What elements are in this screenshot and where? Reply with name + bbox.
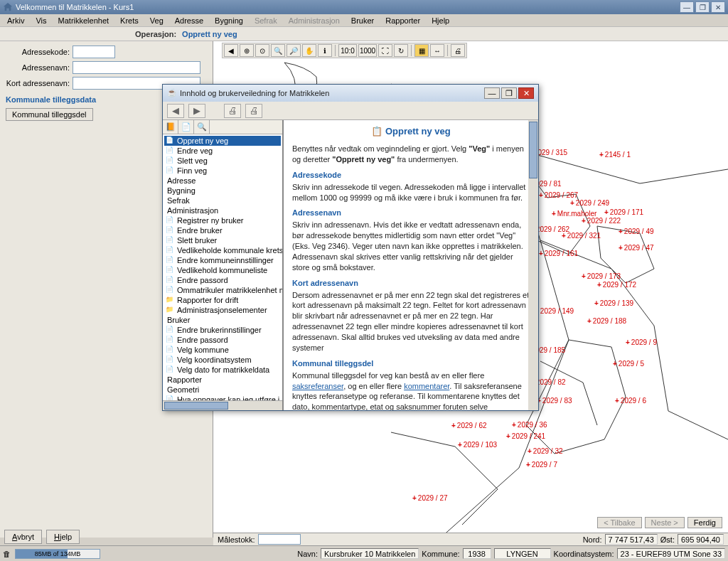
maximize-button[interactable]: ❐ — [695, 1, 710, 13]
menu-rapporter[interactable]: Rapporter — [381, 16, 424, 26]
tool-zoom-out-icon[interactable]: 🔎 — [287, 44, 301, 57]
parcel-label: 2029 / 36 — [512, 421, 547, 429]
help-print-setup-button[interactable]: 🖨 — [245, 104, 262, 118]
help-maximize-button[interactable]: ❐ — [501, 87, 517, 99]
help-tree-item[interactable]: Administrasjonselementer — [164, 305, 281, 315]
help-tab-index-icon[interactable]: 📄 — [178, 120, 194, 134]
help-tree-item[interactable]: Endre passord — [164, 275, 281, 285]
help-tree-hscrollbar[interactable] — [163, 400, 282, 410]
hjelp-button[interactable]: Hjelp — [46, 530, 80, 544]
menu-krets[interactable]: Krets — [116, 16, 143, 26]
ost-label: Øst: — [660, 535, 675, 544]
help-tree-item[interactable]: Hva oppgaver kan jeg utføre i — [164, 395, 281, 400]
tool-scale2-icon[interactable]: 1000 — [358, 44, 377, 57]
help-tree-item[interactable]: Bruker — [164, 315, 281, 325]
help-tree-item[interactable]: Bygning — [164, 186, 281, 196]
java-icon: ☕ — [167, 88, 177, 98]
help-minimize-button[interactable]: — — [484, 87, 500, 99]
neste-button[interactable]: Neste > — [645, 517, 685, 528]
help-tree-item[interactable]: Velg kommune — [164, 345, 281, 355]
parcel-label: 2029 / 103 — [458, 441, 497, 449]
parcel-label: 2029 / 47 — [619, 244, 654, 252]
menu-veg[interactable]: Veg — [146, 16, 168, 26]
menu-matrikkelenhet[interactable]: Matrikkelenhet — [54, 16, 114, 26]
adressekode-input[interactable] — [73, 46, 115, 58]
help-content-vscrollbar[interactable] — [528, 120, 538, 410]
help-tree-item[interactable]: Finn veg — [164, 166, 281, 176]
menu-vis[interactable]: Vis — [31, 16, 50, 26]
close-button[interactable]: ✕ — [711, 1, 725, 13]
parcel-label: 2029 / 62 — [451, 422, 487, 429]
parcel-label: 2029 / 49 — [619, 228, 654, 235]
help-tree-item[interactable]: Rapporter for drift — [164, 295, 281, 305]
parcel-label: 2029 / 241 — [506, 432, 545, 440]
tool-fit-icon[interactable]: ⛶ — [378, 44, 392, 57]
menu-bygning[interactable]: Bygning — [210, 16, 247, 26]
menu-arkiv[interactable]: Arkiv — [3, 16, 28, 26]
operation-label: Operasjon: — [135, 30, 176, 38]
ost-value: 695 904,40 — [678, 534, 724, 545]
help-tree-item[interactable]: Vedlikehold kommuneliste — [164, 265, 281, 275]
help-tree-item[interactable]: Slett bruker — [164, 235, 281, 245]
help-tree-item[interactable]: Endre brukerinnstillinger — [164, 325, 281, 335]
tool-pan-icon[interactable]: ✋ — [302, 44, 316, 57]
memory-bar: 85MB of 134MB — [15, 549, 100, 559]
avbryt-button[interactable]: Avbryt — [4, 530, 42, 544]
help-tree-item[interactable]: Endre passord — [164, 335, 281, 345]
adressenavn-input[interactable] — [73, 61, 200, 74]
help-titlebar[interactable]: ☕ Innhold og brukerveiledning for Matrik… — [163, 85, 538, 102]
ferdig-button[interactable]: Ferdig — [687, 517, 722, 528]
tool-info-icon[interactable]: ℹ — [318, 44, 332, 57]
menu-hjelp[interactable]: Hjelp — [427, 16, 454, 26]
help-print-button[interactable]: 🖨 — [224, 104, 241, 118]
help-tree-item[interactable]: Administrasjon — [164, 205, 281, 215]
help-tree-item[interactable]: Sefrak — [164, 196, 281, 205]
help-tree-item[interactable]: Opprett ny veg — [164, 136, 281, 146]
help-back-button[interactable]: ◀ — [167, 104, 184, 118]
tool-zoom-in-icon[interactable]: 🔍 — [271, 44, 285, 57]
link-kommentarer[interactable]: kommentarer — [404, 382, 449, 390]
tool-print-icon[interactable]: 🖨 — [451, 44, 465, 57]
help-tree-item[interactable]: Vedlikeholde kommunale krets — [164, 245, 281, 255]
help-tree-item[interactable]: Endre veg — [164, 146, 281, 156]
malestokk-label: Målestokk: — [218, 535, 255, 544]
tool-target-icon[interactable]: ⊙ — [255, 44, 269, 57]
help-tree-item[interactable]: Registrer ny bruker — [164, 215, 281, 225]
tool-globe-icon[interactable]: ⊕ — [240, 44, 254, 57]
kommunal-tilleggsdel-button[interactable]: Kommunal tilleggsdel — [6, 108, 93, 121]
help-tree-item[interactable]: Geometri — [164, 385, 281, 395]
link-saksreferanser[interactable]: saksreferanser — [292, 382, 343, 390]
menu-bruker[interactable]: Bruker — [347, 16, 378, 26]
help-content: Opprett ny veg Benyttes når vedtak om ve… — [284, 120, 538, 410]
help-tree-item[interactable]: Endre bruker — [164, 225, 281, 235]
help-window-title: Innhold og brukerveiledning for Matrikke… — [180, 89, 483, 97]
malestokk-input[interactable] — [258, 534, 301, 545]
kommune-label: Kommune: — [422, 550, 459, 558]
nord-value: 7 747 517,43 — [605, 534, 658, 545]
help-tree-item[interactable]: Velg dato for matrikkeldata — [164, 365, 281, 375]
help-adressenavn-heading: Adressenavn — [292, 208, 530, 217]
help-tab-search-icon[interactable]: 🔍 — [194, 120, 210, 134]
parcel-label: 2029 / 222 — [582, 217, 621, 225]
tool-scale-icon[interactable]: 10:0 — [338, 44, 357, 57]
tool-measure-icon[interactable]: ↔ — [430, 44, 444, 57]
help-tree-item[interactable]: Adresse — [164, 176, 281, 186]
help-close-button[interactable]: ✕ — [518, 87, 534, 99]
help-tree[interactable]: Opprett ny vegEndre vegSlett vegFinn veg… — [163, 134, 282, 400]
help-tab-contents-icon[interactable]: 📙 — [163, 120, 178, 134]
parcel-label: 2029 / 32 — [528, 447, 563, 455]
help-tree-item[interactable]: Ommatrikuler matrikkelenhet m — [164, 285, 281, 295]
help-forward-button[interactable]: ▶ — [188, 104, 205, 118]
tilbake-button[interactable]: < Tilbake — [597, 517, 641, 528]
tool-select-icon[interactable]: ▦ — [414, 44, 429, 57]
tool-collapse-icon[interactable]: ◀ — [224, 44, 238, 57]
help-tree-item[interactable]: Slett veg — [164, 156, 281, 166]
minimize-button[interactable]: — — [680, 1, 694, 13]
parcel-label: 2029 / 6 — [615, 397, 646, 405]
titlebar: Velkommen til Matrikkelen - Kurs1 — ❐ ✕ — [0, 0, 728, 14]
help-tree-item[interactable]: Rapporter — [164, 375, 281, 385]
help-tree-item[interactable]: Velg koordinatsystem — [164, 355, 281, 365]
help-tree-item[interactable]: Endre kommuneinnstillinger — [164, 255, 281, 265]
tool-refresh-icon[interactable]: ↻ — [394, 44, 408, 57]
menu-adresse[interactable]: Adresse — [171, 16, 208, 26]
